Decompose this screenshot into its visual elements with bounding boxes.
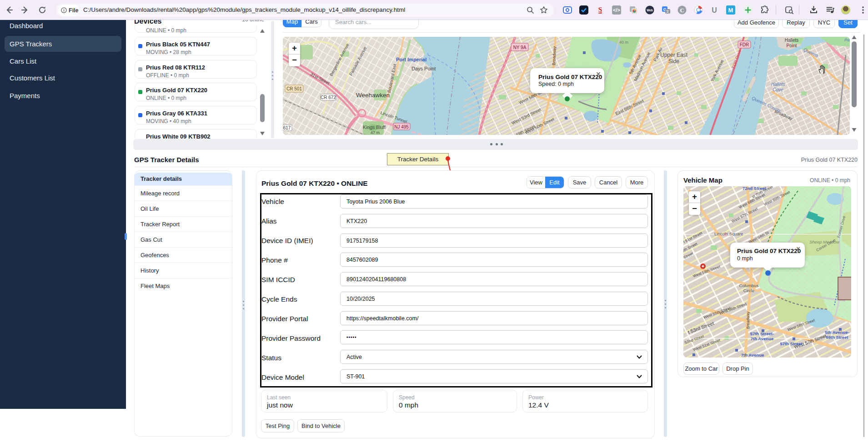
- svg-text:SEO: SEO: [598, 11, 602, 14]
- svg-text:Kings Bluff: Kings Bluff: [363, 124, 386, 130]
- svg-text:Columbus: Columbus: [739, 283, 759, 288]
- svg-text:Web: Web: [647, 9, 653, 12]
- svg-text:FDR: FDR: [740, 42, 749, 47]
- svg-text:Circle: Circle: [743, 288, 754, 293]
- svg-text:5th Avenue-: 5th Avenue-: [825, 330, 849, 335]
- svg-text:40 m: 40 m: [619, 40, 628, 45]
- svg-text:文: 文: [666, 10, 670, 14]
- svg-text:Hallets: Hallets: [771, 82, 785, 87]
- svg-text:47 m: 47 m: [371, 130, 380, 135]
- svg-text:Hallets: Hallets: [785, 38, 799, 43]
- svg-text:M: M: [728, 7, 733, 14]
- svg-text:617: 617: [283, 125, 291, 130]
- svg-text:Upper East: Upper East: [660, 52, 688, 58]
- svg-text:Lincoln Square: Lincoln Square: [714, 231, 743, 236]
- svg-text:Weehawken: Weehawken: [356, 92, 390, 99]
- svg-text:Point: Point: [787, 43, 797, 48]
- svg-text:59th Street: 59th Street: [826, 335, 848, 340]
- svg-text:NY 9A: NY 9A: [513, 45, 527, 50]
- svg-text:CR 672: CR 672: [321, 95, 336, 100]
- svg-text:Broadway: Broadway: [746, 311, 750, 329]
- svg-text:57th Street: 57th Street: [780, 341, 803, 346]
- svg-text:7th Avenue: 7th Avenue: [741, 353, 764, 358]
- svg-text:</>: </>: [613, 7, 620, 13]
- svg-text:Cove: Cove: [773, 87, 783, 92]
- svg-text:CR 501: CR 501: [286, 86, 302, 91]
- svg-text:Park: Park: [844, 37, 850, 42]
- svg-text:U: U: [712, 6, 717, 14]
- svg-text:7th Avenue: 7th Avenue: [751, 336, 774, 341]
- svg-text:Side: Side: [668, 58, 679, 65]
- svg-text:C: C: [680, 7, 684, 14]
- svg-text:Broadway: Broadway: [551, 46, 557, 65]
- svg-text:Days Point: Days Point: [411, 66, 436, 71]
- svg-text:NJ 495: NJ 495: [394, 124, 409, 129]
- svg-text:Port Imperial: Port Imperial: [396, 57, 426, 62]
